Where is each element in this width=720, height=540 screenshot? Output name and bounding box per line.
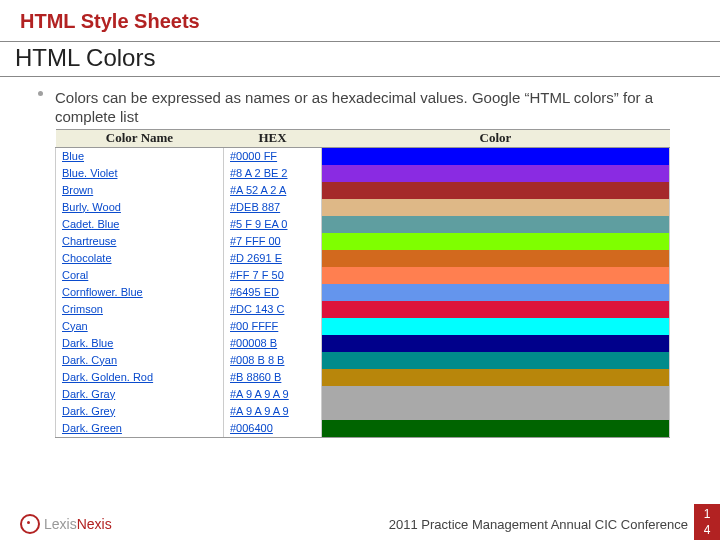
color-hex-cell[interactable]: #D 2691 E	[224, 250, 322, 267]
color-name-cell[interactable]: Burly. Wood	[56, 199, 224, 216]
table-row: Dark. Gray#A 9 A 9 A 9	[56, 386, 670, 403]
color-hex-cell[interactable]: #DEB 887	[224, 199, 322, 216]
color-swatch-cell	[322, 182, 670, 199]
table-row: Chartreuse#7 FFF 00	[56, 233, 670, 250]
color-name-cell[interactable]: Dark. Grey	[56, 403, 224, 420]
color-name-cell[interactable]: Cadet. Blue	[56, 216, 224, 233]
color-hex-cell[interactable]: #6495 ED	[224, 284, 322, 301]
table-row: Dark. Golden. Rod#B 8860 B	[56, 369, 670, 386]
color-swatch-cell	[322, 233, 670, 250]
table-row: Cyan#00 FFFF	[56, 318, 670, 335]
table-row: Dark. Green#006400	[56, 420, 670, 438]
bullet-text: Colors can be expressed as names or as h…	[55, 89, 653, 125]
color-swatch-cell	[322, 420, 670, 438]
table-row: Blue. Violet#8 A 2 BE 2	[56, 165, 670, 182]
color-name-cell[interactable]: Coral	[56, 267, 224, 284]
color-swatch-cell	[322, 147, 670, 165]
table-row: Burly. Wood#DEB 887	[56, 199, 670, 216]
color-hex-cell[interactable]: #A 9 A 9 A 9	[224, 403, 322, 420]
color-name-cell[interactable]: Cyan	[56, 318, 224, 335]
col-header-name: Color Name	[56, 129, 224, 147]
logo-text: LexisNexis	[44, 516, 112, 532]
color-hex-cell[interactable]: #006400	[224, 420, 322, 438]
color-swatch-cell	[322, 284, 670, 301]
color-swatch-cell	[322, 318, 670, 335]
color-hex-cell[interactable]: #00 FFFF	[224, 318, 322, 335]
color-name-cell[interactable]: Dark. Cyan	[56, 352, 224, 369]
table-row: Dark. Grey#A 9 A 9 A 9	[56, 403, 670, 420]
color-hex-cell[interactable]: #B 8860 B	[224, 369, 322, 386]
table-row: Blue#0000 FF	[56, 147, 670, 165]
color-hex-cell[interactable]: #5 F 9 EA 0	[224, 216, 322, 233]
color-name-cell[interactable]: Blue	[56, 147, 224, 165]
color-hex-cell[interactable]: #008 B 8 B	[224, 352, 322, 369]
color-swatch-cell	[322, 216, 670, 233]
color-hex-cell[interactable]: #7 FFF 00	[224, 233, 322, 250]
color-hex-cell[interactable]: #0000 FF	[224, 147, 322, 165]
logo-part1: Lexis	[44, 516, 77, 532]
bullet-dot-icon	[38, 91, 43, 96]
table-row: Dark. Blue#00008 B	[56, 335, 670, 352]
color-swatch-cell	[322, 250, 670, 267]
color-hex-cell[interactable]: #A 9 A 9 A 9	[224, 386, 322, 403]
logo-part2: Nexis	[77, 516, 112, 532]
color-swatch-cell	[322, 199, 670, 216]
table-row: Coral#FF 7 F 50	[56, 267, 670, 284]
color-name-cell[interactable]: Crimson	[56, 301, 224, 318]
color-swatch-cell	[322, 335, 670, 352]
color-hex-cell[interactable]: #00008 B	[224, 335, 322, 352]
table-row: Cadet. Blue#5 F 9 EA 0	[56, 216, 670, 233]
color-hex-cell[interactable]: #8 A 2 BE 2	[224, 165, 322, 182]
footer: LexisNexis 2011 Practice Management Annu…	[0, 504, 720, 540]
col-header-hex: HEX	[224, 129, 322, 147]
color-hex-cell[interactable]: #A 52 A 2 A	[224, 182, 322, 199]
color-hex-cell[interactable]: #DC 143 C	[224, 301, 322, 318]
color-hex-cell[interactable]: #FF 7 F 50	[224, 267, 322, 284]
color-table: Color Name HEX Color Blue#0000 FFBlue. V…	[55, 129, 670, 438]
bullet-item: Colors can be expressed as names or as h…	[0, 81, 720, 129]
logo: LexisNexis	[20, 514, 112, 534]
color-swatch-cell	[322, 301, 670, 318]
color-name-cell[interactable]: Dark. Golden. Rod	[56, 369, 224, 386]
table-row: Cornflower. Blue#6495 ED	[56, 284, 670, 301]
table-row: Crimson#DC 143 C	[56, 301, 670, 318]
table-row: Dark. Cyan#008 B 8 B	[56, 352, 670, 369]
page-number-line2: 4	[704, 523, 711, 537]
color-name-cell[interactable]: Chartreuse	[56, 233, 224, 250]
color-swatch-cell	[322, 386, 670, 403]
color-swatch-cell	[322, 267, 670, 284]
slide-subtitle: HTML Style Sheets	[0, 0, 720, 41]
color-name-cell[interactable]: Dark. Gray	[56, 386, 224, 403]
page-number: 1 4	[694, 504, 720, 540]
color-swatch-cell	[322, 403, 670, 420]
page-number-line1: 1	[704, 507, 711, 521]
col-header-color: Color	[322, 129, 670, 147]
color-swatch-cell	[322, 352, 670, 369]
slide-title: HTML Colors	[0, 41, 720, 77]
table-row: Chocolate#D 2691 E	[56, 250, 670, 267]
color-name-cell[interactable]: Brown	[56, 182, 224, 199]
color-swatch-cell	[322, 369, 670, 386]
logo-dot-icon	[20, 514, 40, 534]
color-name-cell[interactable]: Cornflower. Blue	[56, 284, 224, 301]
table-row: Brown#A 52 A 2 A	[56, 182, 670, 199]
table-header-row: Color Name HEX Color	[56, 129, 670, 147]
color-name-cell[interactable]: Blue. Violet	[56, 165, 224, 182]
color-swatch-cell	[322, 165, 670, 182]
color-name-cell[interactable]: Dark. Blue	[56, 335, 224, 352]
color-name-cell[interactable]: Dark. Green	[56, 420, 224, 438]
conference-label: 2011 Practice Management Annual CIC Conf…	[389, 517, 688, 532]
color-name-cell[interactable]: Chocolate	[56, 250, 224, 267]
